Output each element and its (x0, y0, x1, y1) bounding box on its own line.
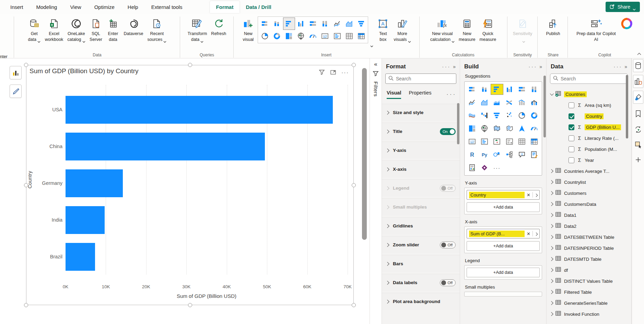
format-search-box[interactable] (385, 74, 456, 84)
format-tab-properties[interactable]: Properties (409, 90, 431, 99)
enter-data-button[interactable]: Enterdata (106, 16, 121, 43)
format-search-input[interactable] (396, 76, 453, 81)
more-options-icon[interactable]: · · · (613, 64, 621, 69)
new-visual-button[interactable]: Newvisual (241, 16, 256, 43)
gauge-icon[interactable] (528, 123, 540, 134)
area-chart-icon[interactable] (343, 18, 355, 30)
table-row-countrylist[interactable]: Countrylist (547, 177, 631, 188)
chevron-right-icon[interactable] (549, 279, 553, 283)
sql-server-button[interactable]: SQLServer (89, 16, 104, 43)
gallery-expand-icon[interactable] (370, 43, 373, 49)
resize-handle[interactable] (24, 183, 28, 187)
field-checkbox[interactable] (569, 124, 574, 130)
field-pill-sum-of-gdp-b-[interactable]: Sum of GDP (B... ✕ (467, 229, 540, 238)
field-checkbox[interactable] (569, 146, 574, 152)
table-row-datesbetween-table[interactable]: DATESBETWEEN Table (547, 232, 631, 243)
more-options-icon[interactable]: ··· (341, 70, 349, 76)
new-visual-calculation-button[interactable]: fxNew visualcalculation (429, 16, 456, 43)
build-visual-icon[interactable] (633, 75, 643, 88)
chevron-right-icon[interactable] (549, 202, 553, 206)
pie-chart-icon[interactable] (259, 30, 271, 42)
chevron-right-icon[interactable] (549, 180, 553, 184)
chevron-down-icon[interactable] (550, 92, 554, 96)
table-row-data1[interactable]: Data1 (547, 210, 631, 221)
format-section-small-multiples[interactable]: Small multiples (382, 198, 460, 215)
qa-visual-icon[interactable]: Q (516, 149, 528, 160)
add-icon[interactable] (633, 153, 643, 166)
get-data-button[interactable]: Getdata (27, 16, 42, 43)
collapse-pane-icon[interactable]: » (453, 64, 456, 69)
field-row-gdp-billion-u-[interactable]: ΣGDP (Billion U... (547, 122, 631, 133)
chevron-right-icon[interactable] (549, 213, 553, 217)
matrix-icon[interactable] (355, 30, 367, 42)
table-row-filtered-table[interactable]: Filtered Table (547, 287, 631, 298)
multi-row-card-icon[interactable] (478, 136, 491, 147)
matrix-icon[interactable] (528, 136, 540, 147)
resize-handle[interactable] (24, 63, 28, 67)
chevron-right-icon[interactable] (549, 191, 553, 195)
format-section-size-and-style[interactable]: Size and style (382, 104, 460, 121)
format-section-zoom-slider[interactable]: Zoom sliderOff (382, 236, 460, 253)
gauge-icon[interactable] (307, 30, 319, 42)
azure-map-icon[interactable] (516, 123, 528, 134)
format-section-plot-area-background[interactable]: Plot area background (382, 293, 460, 310)
table-row-countries[interactable]: Countries (547, 89, 631, 100)
field-pill-country[interactable]: Country ✕ (467, 190, 540, 200)
table-icon[interactable] (516, 136, 528, 147)
menu-item-help[interactable]: Help (128, 1, 138, 13)
share-button[interactable]: Share (606, 2, 640, 12)
chevron-right-icon[interactable] (549, 257, 553, 261)
format-section-bars[interactable]: Bars (382, 255, 460, 272)
resize-handle[interactable] (188, 63, 192, 67)
field-checkbox[interactable] (569, 102, 574, 108)
transform-data-button[interactable]: Transformdata (187, 16, 208, 43)
smart-narrative-icon[interactable] (528, 149, 540, 160)
data-search-box[interactable] (550, 74, 628, 84)
field-options-chevron-icon[interactable] (533, 231, 537, 236)
format-section-y-axis[interactable]: Y-axis (382, 142, 460, 159)
table-row-datesmtd-table[interactable]: DATESMTD Table (547, 254, 631, 265)
stacked-column-chart-icon[interactable] (271, 18, 283, 30)
waterfall-chart-icon[interactable] (478, 110, 491, 121)
resize-handle[interactable] (24, 303, 28, 307)
more-options-icon[interactable]: ··· (491, 162, 503, 173)
focus-mode-icon[interactable] (330, 69, 336, 77)
treemap-icon[interactable] (283, 30, 295, 42)
table-icon[interactable] (343, 30, 355, 42)
table-row-df[interactable]: df (547, 265, 631, 276)
resize-handle[interactable] (352, 63, 356, 67)
field-row-country[interactable]: Country (547, 111, 631, 122)
sync-slicer-icon[interactable] (633, 123, 643, 136)
expand-filters-icon[interactable]: « (374, 61, 377, 67)
tab-format[interactable]: Format (210, 1, 240, 13)
chevron-right-icon[interactable] (549, 268, 553, 272)
100-stacked-column-chart-icon[interactable] (528, 84, 540, 95)
excel-workbook-button[interactable]: Excelworkbook (44, 16, 65, 43)
decomposition-tree-icon[interactable] (503, 149, 516, 160)
stacked-area-chart-icon[interactable] (491, 97, 503, 108)
table-row-customers[interactable]: Customers (547, 188, 631, 199)
ribbon-chart-icon[interactable] (503, 97, 516, 108)
format-pane-scrollbar[interactable] (457, 103, 459, 144)
clustered-bar-chart-icon[interactable] (283, 18, 295, 30)
data-search-input[interactable] (561, 76, 625, 81)
onelake-catalog-button[interactable]: OneLakecatalog (66, 16, 86, 43)
recent-sources-button[interactable]: Recentsources (147, 16, 168, 43)
text-box-button[interactable]: ATextbox (375, 16, 390, 43)
refresh-button[interactable]: Refresh (210, 16, 227, 43)
table-row-customersdata[interactable]: CustomersData (547, 199, 631, 210)
area-chart-icon[interactable] (478, 97, 491, 108)
100-stacked-bar-chart-icon[interactable] (307, 18, 319, 30)
field-row-literacy-rate-[interactable]: ΣLiteracy Rate (... (547, 133, 631, 144)
slicer-icon[interactable] (503, 136, 516, 147)
toggle-zoom-slider[interactable]: Off (440, 242, 456, 248)
collapse-ribbon-button[interactable] (637, 51, 641, 57)
funnel-chart-icon[interactable] (491, 110, 503, 121)
field-row-year[interactable]: ΣYear (547, 155, 631, 166)
chevron-right-icon[interactable] (549, 246, 553, 250)
chevron-right-icon[interactable] (549, 235, 553, 239)
add-data-button[interactable]: +Add data (467, 241, 540, 251)
chevron-right-icon[interactable] (549, 312, 553, 316)
table-row-invoked-function[interactable]: Invoked Function (547, 309, 631, 320)
format-brush-icon[interactable] (633, 91, 643, 104)
